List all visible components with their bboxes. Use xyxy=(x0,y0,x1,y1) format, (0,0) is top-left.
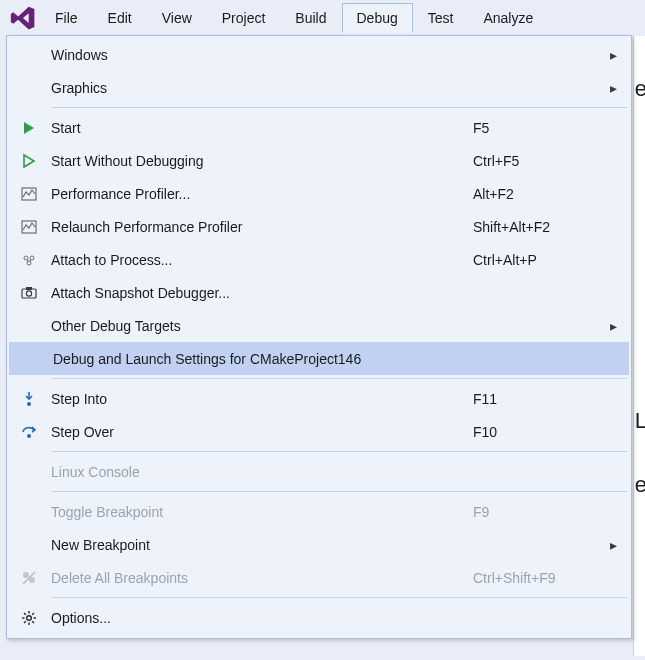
menu-item-attach-to-process[interactable]: Attach to Process... Ctrl+Alt+P xyxy=(7,243,631,276)
menu-label: Debug xyxy=(357,10,398,26)
menu-build[interactable]: Build xyxy=(280,3,341,33)
svg-line-23 xyxy=(24,621,26,623)
obscured-letter: L xyxy=(635,408,645,434)
obscured-letter: e xyxy=(635,472,645,498)
menu-item-shortcut: F11 xyxy=(473,391,603,407)
menu-separator xyxy=(51,107,627,108)
svg-point-10 xyxy=(27,402,31,406)
snapshot-icon xyxy=(7,285,51,301)
menu-item-shortcut: F10 xyxy=(473,424,603,440)
svg-line-5 xyxy=(28,259,29,261)
debug-menu-dropdown: Windows ▸ Graphics ▸ Start F5 Start With… xyxy=(6,35,632,639)
menu-view[interactable]: View xyxy=(147,3,207,33)
menu-item-label: Linux Console xyxy=(51,464,473,480)
menu-item-step-into[interactable]: Step Into F11 xyxy=(7,382,631,415)
delete-breakpoints-icon xyxy=(7,570,51,586)
menu-item-label: Graphics xyxy=(51,80,473,96)
menu-item-attach-snapshot-debugger[interactable]: Attach Snapshot Debugger... xyxy=(7,276,631,309)
menu-item-start-without-debugging[interactable]: Start Without Debugging Ctrl+F5 xyxy=(7,144,631,177)
svg-line-6 xyxy=(30,259,31,261)
menu-item-toggle-breakpoint: Toggle Breakpoint F9 xyxy=(7,495,631,528)
menu-item-shortcut: Alt+F2 xyxy=(473,186,603,202)
menu-label: File xyxy=(55,10,78,26)
menu-project[interactable]: Project xyxy=(207,3,281,33)
menu-label: Test xyxy=(428,10,454,26)
menu-separator xyxy=(51,451,627,452)
menu-item-label: Performance Profiler... xyxy=(51,186,473,202)
menu-separator xyxy=(51,491,627,492)
svg-point-9 xyxy=(26,290,31,295)
menu-item-windows[interactable]: Windows ▸ xyxy=(7,38,631,71)
submenu-arrow-icon: ▸ xyxy=(603,537,617,553)
step-into-icon xyxy=(7,391,51,407)
visual-studio-logo-icon xyxy=(6,1,40,35)
menu-item-step-over[interactable]: Step Over F10 xyxy=(7,415,631,448)
menu-item-other-debug-targets[interactable]: Other Debug Targets ▸ xyxy=(7,309,631,342)
svg-line-22 xyxy=(32,621,34,623)
menu-item-label: Start xyxy=(51,120,473,136)
menu-label: Project xyxy=(222,10,266,26)
menu-item-label: Attach to Process... xyxy=(51,252,473,268)
menu-item-label: Options... xyxy=(51,610,473,626)
profiler-icon xyxy=(7,219,51,235)
menu-item-relaunch-performance-profiler[interactable]: Relaunch Performance Profiler Shift+Alt+… xyxy=(7,210,631,243)
menu-item-label: Windows xyxy=(51,47,473,63)
menu-item-linux-console: Linux Console xyxy=(7,455,631,488)
menu-item-label: Debug and Launch Settings for CMakeProje… xyxy=(53,351,471,367)
menu-item-shortcut: Ctrl+Shift+F9 xyxy=(473,570,603,586)
obscured-editor-background: e L e xyxy=(633,36,645,656)
menu-item-label: Delete All Breakpoints xyxy=(51,570,473,586)
menu-item-label: Relaunch Performance Profiler xyxy=(51,219,473,235)
menubar: File Edit View Project Build Debug Test … xyxy=(0,0,645,36)
menu-label: Build xyxy=(295,10,326,26)
menu-item-shortcut: F5 xyxy=(473,120,603,136)
obscured-letter: e xyxy=(635,76,645,102)
svg-point-3 xyxy=(30,256,34,260)
menu-item-label: Attach Snapshot Debugger... xyxy=(51,285,473,301)
menu-label: View xyxy=(162,10,192,26)
start-icon xyxy=(7,120,51,136)
step-over-icon xyxy=(7,424,51,440)
menu-label: Analyze xyxy=(483,10,533,26)
menu-edit[interactable]: Edit xyxy=(93,3,147,33)
menu-item-label: New Breakpoint xyxy=(51,537,473,553)
menu-test[interactable]: Test xyxy=(413,3,469,33)
attach-icon xyxy=(7,252,51,268)
menu-item-delete-all-breakpoints: Delete All Breakpoints Ctrl+Shift+F9 xyxy=(7,561,631,594)
svg-line-24 xyxy=(32,613,34,615)
profiler-icon xyxy=(7,186,51,202)
menu-item-label: Step Into xyxy=(51,391,473,407)
menu-item-options[interactable]: Options... xyxy=(7,601,631,634)
menu-item-label: Start Without Debugging xyxy=(51,153,473,169)
svg-point-13 xyxy=(23,572,29,578)
menu-item-shortcut: Shift+Alt+F2 xyxy=(473,219,603,235)
menu-item-debug-and-launch-settings[interactable]: Debug and Launch Settings for CMakeProje… xyxy=(9,342,629,375)
menu-file[interactable]: File xyxy=(40,3,93,33)
menu-item-label: Other Debug Targets xyxy=(51,318,473,334)
menu-debug[interactable]: Debug xyxy=(342,3,413,33)
svg-point-12 xyxy=(27,434,31,438)
submenu-arrow-icon: ▸ xyxy=(603,47,617,63)
svg-line-21 xyxy=(24,613,26,615)
menu-item-shortcut: Ctrl+F5 xyxy=(473,153,603,169)
submenu-arrow-icon: ▸ xyxy=(603,318,617,334)
menu-item-label: Step Over xyxy=(51,424,473,440)
menu-analyze[interactable]: Analyze xyxy=(468,3,548,33)
menu-item-shortcut: Ctrl+Alt+P xyxy=(473,252,603,268)
svg-point-2 xyxy=(24,256,28,260)
menu-item-graphics[interactable]: Graphics ▸ xyxy=(7,71,631,104)
submenu-arrow-icon: ▸ xyxy=(603,80,617,96)
menu-item-start[interactable]: Start F5 xyxy=(7,111,631,144)
svg-rect-8 xyxy=(26,287,32,290)
menu-item-new-breakpoint[interactable]: New Breakpoint ▸ xyxy=(7,528,631,561)
svg-point-4 xyxy=(27,261,31,265)
menu-item-label: Toggle Breakpoint xyxy=(51,504,473,520)
start-outline-icon xyxy=(7,153,51,169)
menu-item-shortcut: F9 xyxy=(473,504,603,520)
svg-point-16 xyxy=(27,615,32,620)
menu-separator xyxy=(51,597,627,598)
menu-label: Edit xyxy=(108,10,132,26)
menu-separator xyxy=(51,378,627,379)
menu-item-performance-profiler[interactable]: Performance Profiler... Alt+F2 xyxy=(7,177,631,210)
gear-icon xyxy=(7,610,51,626)
